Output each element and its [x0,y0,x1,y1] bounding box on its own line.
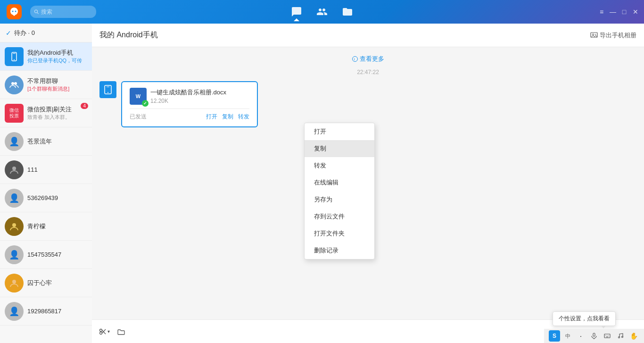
sidebar-sub-unusual-group: [1个群聊有新消息] [27,85,87,92]
ctx-delete[interactable]: 删除记录 [305,242,374,259]
sidebar-name-my-android: 我的Android手机 [27,49,87,57]
bottom-icon-emoji[interactable]: · [575,330,586,342]
sidebar-item-1929[interactable]: 👤 1929865817 [0,297,92,326]
pending-bar: ✓ 待办 · 0 [0,24,92,42]
bottom-icon-mic[interactable] [588,330,600,342]
svg-point-8 [14,82,17,85]
file-forward-link[interactable]: 转发 [238,113,249,121]
scissors-icon[interactable]: ▾ [98,325,111,338]
avatar-yinxin [5,274,24,293]
menu-btn[interactable]: ≡ [598,8,605,16]
avatar-1547: 👤 [5,245,24,264]
sidebar-item-weixin-vote[interactable]: 微信投票 微信投票|刷关注 致青春 加入本群。 4 [0,99,92,127]
sidebar-item-536[interactable]: 👤 536269439 [0,184,92,212]
file-name: 一键生成炫酷音乐相册.docx [150,88,249,97]
personality-tooltip[interactable]: 个性设置，点我看看 [553,311,616,326]
avatar-111 [5,160,24,179]
minimize-btn[interactable]: — [609,8,617,16]
sent-label: 已发送 [130,113,147,121]
personality-tooltip-text: 个性设置，点我看看 [559,315,610,322]
ctx-open[interactable]: 打开 [305,123,374,140]
svg-point-31 [619,337,620,338]
badge-weixin-vote: 4 [81,103,88,109]
export-button[interactable]: 导出手机相册 [590,31,636,40]
file-check-icon: ✓ [142,100,149,107]
sidebar-info-yinxin: 囚于心牢 [27,279,87,287]
sidebar-name-1929: 1929865817 [27,308,87,315]
ctx-forward[interactable]: 转发 [305,157,374,174]
topbar: ≡ — □ ✕ [0,0,644,24]
svg-point-5 [14,59,15,60]
view-more-label: 查看更多 [360,55,384,63]
sidebar-item-yinxin[interactable]: 囚于心牢 [0,269,92,297]
nav-messages[interactable] [291,6,302,17]
ctx-save-as[interactable]: 另存为 [305,191,374,208]
chat-header: 我的 Android手机 导出手机相册 [92,24,644,47]
svg-point-0 [12,11,14,12]
search-box[interactable] [30,6,96,18]
sidebar-info-unusual-group: 不常用群聊 [1个群聊有新消息] [27,77,87,92]
file-footer: 已发送 打开 复制 转发 [130,109,249,121]
avatar-unusual-group [5,75,24,94]
svg-rect-24 [593,333,595,336]
close-btn[interactable]: ✕ [632,8,639,16]
sidebar-item-qingning[interactable]: 青柠檬 [0,212,92,241]
nav-contacts[interactable] [316,6,328,17]
bottom-icon-zh[interactable]: 中 [562,330,573,342]
avatar-my-android [5,47,24,66]
logo-icon [7,4,22,19]
avatar-weixin-vote: 微信投票 [5,104,24,123]
ctx-copy[interactable]: 复制 [305,140,374,157]
svg-point-10 [12,223,16,227]
sidebar-name-536: 536269439 [27,194,87,201]
scissors-dropdown-arrow: ▾ [107,329,110,334]
sidebar-item-1547[interactable]: 👤 1547535547 [0,241,92,269]
window-controls: ≡ — □ ✕ [598,8,639,16]
folder-icon[interactable] [115,325,128,338]
pending-label: 待办 · 0 [14,29,35,37]
ctx-save-cloud[interactable]: 存到云文件 [305,208,374,225]
avatar-qingning [5,217,24,236]
file-actions: 打开 复制 转发 [206,113,249,121]
svg-point-2 [34,10,37,13]
bottom-icon-s[interactable]: S [549,330,560,342]
sidebar-info-536: 536269439 [27,194,87,201]
sidebar-sub-my-android: 你已登录手机QQ，可传 [27,57,87,64]
file-size: 12.20K [150,98,249,104]
search-input[interactable] [41,8,92,15]
sidebar-item-unusual-group[interactable]: 不常用群聊 [1个群聊有新消息] [0,71,92,99]
svg-point-20 [99,329,102,331]
chat-messages: i 查看更多 22:47:22 W ✓ [92,47,644,319]
sidebar-name-weixin-vote: 微信投票|刷关注 [27,105,87,114]
sidebar-name-1547: 1547535547 [27,251,87,258]
bottom-icon-hand[interactable]: ✋ [628,330,639,342]
sidebar-item-my-android[interactable]: 我的Android手机 你已登录手机QQ，可传 [0,42,92,71]
sidebar-sub-weixin-vote: 致青春 加入本群。 [27,114,87,121]
ctx-edit-online[interactable]: 在线编辑 [305,174,374,191]
sidebar-info-1547: 1547535547 [27,251,87,258]
file-type-icon: W ✓ [130,88,147,105]
sidebar-name-111: 111 [27,166,87,173]
ctx-open-folder[interactable]: 打开文件夹 [305,225,374,242]
svg-text:i: i [354,57,355,61]
bottom-icons-bar: S 中 · ✋ [544,329,644,343]
file-open-link[interactable]: 打开 [206,113,217,121]
svg-point-1 [15,11,17,12]
file-copy-link[interactable]: 复制 [222,113,233,121]
nav-files[interactable] [342,6,353,17]
sidebar: ✓ 待办 · 0 我的Android手机 你已登录手机QQ，可传 [0,24,92,343]
file-header: W ✓ 一键生成炫酷音乐相册.docx 12.20K [130,88,249,105]
sidebar-item-111[interactable]: 111 [0,156,92,184]
maximize-btn[interactable]: □ [620,8,628,16]
sidebar-name-cangqing: 苍景流年 [27,137,87,146]
svg-point-9 [12,167,16,170]
svg-point-14 [595,33,596,35]
sidebar-info-qingning: 青柠檬 [27,222,87,231]
bottom-icon-music[interactable] [615,330,626,342]
logo-area [0,0,28,24]
sidebar-info-cangqing: 苍景流年 [27,137,87,146]
sidebar-item-cangqing[interactable]: 👤 苍景流年 [0,127,92,156]
view-more-button[interactable]: i 查看更多 [99,55,636,63]
avatar-1929: 👤 [5,302,24,321]
bottom-icon-keyboard[interactable] [602,330,613,342]
